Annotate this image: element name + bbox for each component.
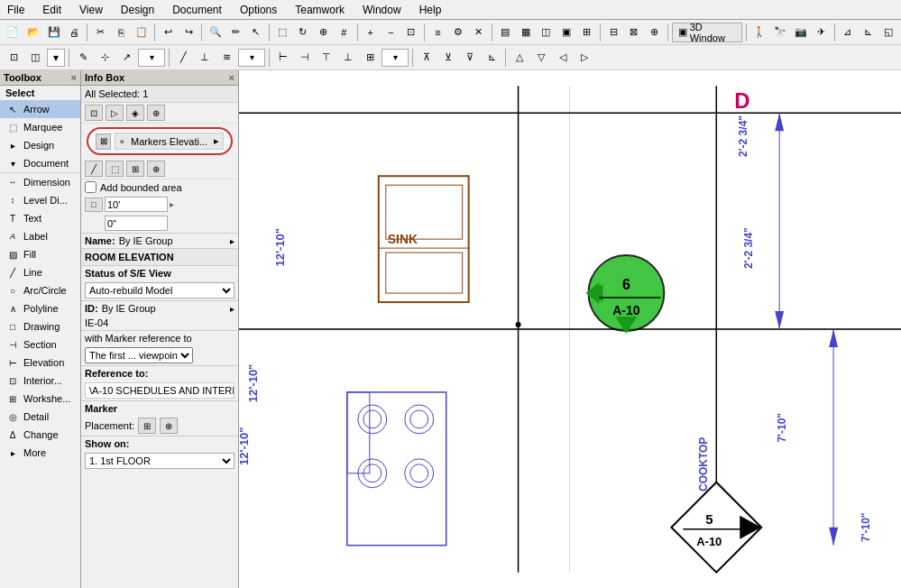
toolbox-item-fill[interactable]: ▨ Fill bbox=[0, 245, 80, 263]
toolbox-item-leveldi[interactable]: ↕ Level Di... bbox=[0, 191, 80, 209]
toolbar2-e1[interactable]: ⊼ bbox=[417, 48, 437, 68]
toolbox-item-label[interactable]: A Label bbox=[0, 227, 80, 245]
toolbar-walk[interactable]: 🚶 bbox=[750, 23, 769, 42]
toolbox-item-dimension[interactable]: ↔ Dimension bbox=[0, 173, 80, 191]
menu-document[interactable]: Document bbox=[169, 2, 225, 18]
toolbar-b3[interactable]: ◫ bbox=[537, 23, 556, 42]
dim-thumb1[interactable]: □ bbox=[85, 198, 103, 212]
dim-input1[interactable]: 10' bbox=[105, 197, 168, 212]
toolbar-b5[interactable]: ⊞ bbox=[577, 23, 596, 42]
toolbox-item-more[interactable]: ▸ More bbox=[0, 444, 80, 462]
toolbox-item-text[interactable]: T Text bbox=[0, 209, 80, 227]
toolbar2-c3[interactable]: ≋ bbox=[216, 48, 236, 68]
toolbar-zoom-out[interactable]: − bbox=[382, 23, 400, 42]
infobox-icon-btn1[interactable]: ⊡ bbox=[85, 105, 103, 121]
toolbar-b6[interactable]: ⊟ bbox=[604, 23, 623, 42]
canvas-area[interactable]: D SINK 12'-10" 12'-10" 2'-2 3/4" 7'-10" bbox=[239, 70, 901, 588]
toolbar-cut[interactable]: ✂ bbox=[91, 23, 110, 42]
toolbar-nav[interactable]: 🔭 bbox=[771, 23, 790, 42]
toolbar2-c1[interactable]: ╱ bbox=[173, 48, 193, 68]
toolbar2-snap2[interactable]: ⊹ bbox=[95, 48, 115, 68]
toolbox-item-interior[interactable]: ⊡ Interior... bbox=[0, 372, 80, 390]
placement-icon-btn2[interactable]: ⊕ bbox=[160, 418, 178, 434]
toolbar-open[interactable]: 📂 bbox=[24, 23, 43, 42]
toolbox-item-line[interactable]: ╱ Line bbox=[0, 263, 80, 281]
toolbox-item-detail[interactable]: ◎ Detail bbox=[0, 408, 80, 426]
markers-dropdown-btn[interactable]: ● Markers Elevati... ▸ bbox=[115, 133, 224, 150]
toolbar2-f4[interactable]: ▷ bbox=[575, 48, 594, 68]
toolbar2-f2[interactable]: ▽ bbox=[531, 48, 551, 68]
dim-input2[interactable]: 0" bbox=[105, 216, 168, 231]
infobox-icon-btn7[interactable]: ⊞ bbox=[126, 161, 144, 177]
toolbar-close-x[interactable]: ✕ bbox=[469, 23, 488, 42]
toolbox-item-marquee[interactable]: ⬚ Marquee bbox=[0, 118, 80, 136]
toolbar-attr[interactable]: ⚙ bbox=[449, 23, 468, 42]
toolbar2-d4[interactable]: ⊥ bbox=[338, 48, 358, 68]
toolbar-cursor[interactable]: ↖ bbox=[247, 23, 266, 42]
menu-help[interactable]: Help bbox=[416, 2, 446, 18]
toolbar2-select3[interactable]: ▾ bbox=[382, 49, 409, 67]
toolbox-item-change[interactable]: Δ Change bbox=[0, 426, 80, 444]
toolbox-item-worksheet[interactable]: ⊞ Workshe... bbox=[0, 390, 80, 408]
toolbox-item-arrow[interactable]: ↖ Arrow bbox=[0, 100, 80, 118]
toolbar-print[interactable]: 🖨 bbox=[65, 23, 84, 42]
toolbar-r2[interactable]: ⊾ bbox=[859, 23, 878, 42]
toolbar2-f1[interactable]: △ bbox=[510, 48, 529, 68]
toolbox-item-drawing[interactable]: □ Drawing bbox=[0, 317, 80, 335]
toolbar2-b1[interactable]: ⊡ bbox=[4, 48, 23, 68]
toolbar-snap[interactable]: ⊕ bbox=[314, 23, 333, 42]
show-on-select[interactable]: 1. 1st FLOOR bbox=[85, 453, 234, 469]
menu-window[interactable]: Window bbox=[359, 2, 405, 18]
toolbar2-d5[interactable]: ⊞ bbox=[360, 48, 380, 68]
placement-icon-btn1[interactable]: ⊞ bbox=[138, 418, 156, 434]
toolbar-b4[interactable]: ▣ bbox=[557, 23, 576, 42]
toolbar-save[interactable]: 💾 bbox=[44, 23, 63, 42]
status-select[interactable]: Auto-rebuild Model bbox=[85, 282, 234, 299]
toolbar-copy[interactable]: ⎘ bbox=[112, 23, 131, 42]
toolbar2-e3[interactable]: ⊽ bbox=[460, 48, 480, 68]
menu-design[interactable]: Design bbox=[117, 2, 158, 18]
toolbox-item-section[interactable]: ⊣ Section bbox=[0, 335, 80, 354]
toolbox-item-document[interactable]: ▾ Document bbox=[0, 154, 80, 172]
toolbar2-f3[interactable]: ◁ bbox=[553, 48, 573, 68]
toolbox-item-design[interactable]: ▸ Design bbox=[0, 136, 80, 154]
toolbar-redo[interactable]: ↪ bbox=[179, 23, 198, 42]
toolbar-layers[interactable]: ≡ bbox=[428, 23, 447, 42]
toolbar-r3[interactable]: ◱ bbox=[879, 23, 898, 42]
toolbar2-snap3[interactable]: ↗ bbox=[116, 48, 136, 68]
menu-options[interactable]: Options bbox=[236, 2, 280, 18]
infobox-icon-btn3[interactable]: ◈ bbox=[126, 105, 144, 121]
toolbar-search[interactable]: 🔍 bbox=[206, 23, 225, 42]
toolbar-r1[interactable]: ⊿ bbox=[838, 23, 857, 42]
marker-ref-select[interactable]: The first ... viewpoint bbox=[85, 347, 193, 363]
toolbar-b2[interactable]: ▦ bbox=[517, 23, 536, 42]
menu-teamwork[interactable]: Teamwork bbox=[291, 2, 348, 18]
toolbar-new[interactable]: 📄 bbox=[4, 23, 23, 42]
toolbar2-d1[interactable]: ⊢ bbox=[273, 48, 293, 68]
toolbar2-d3[interactable]: ⊤ bbox=[317, 48, 336, 68]
infobox-icon-btn8[interactable]: ⊕ bbox=[147, 161, 165, 177]
toolbox-item-arc[interactable]: ○ Arc/Circle bbox=[0, 281, 80, 299]
menu-edit[interactable]: Edit bbox=[39, 2, 65, 18]
toolbar2-select[interactable]: ▾ bbox=[138, 49, 165, 67]
toolbar2-select2[interactable]: ▾ bbox=[238, 49, 265, 67]
toolbar-rotate[interactable]: ↻ bbox=[294, 23, 313, 42]
toolbar2-e4[interactable]: ⊾ bbox=[482, 48, 501, 68]
menu-view[interactable]: View bbox=[76, 2, 106, 18]
toolbar2-dropdown[interactable]: ▾ bbox=[47, 49, 65, 67]
infobox-icon-btn2[interactable]: ▷ bbox=[106, 105, 124, 121]
toolbar-grid[interactable]: # bbox=[335, 23, 354, 42]
toolbar-b7[interactable]: ⊠ bbox=[625, 23, 644, 42]
toolbox-item-elevation[interactable]: ⊢ Elevation bbox=[0, 354, 80, 372]
btn-3d-window[interactable]: ▣ 3D Window bbox=[672, 23, 742, 42]
markers-icon-btn[interactable]: ⊠ bbox=[96, 133, 111, 150]
toolbox-item-polyline[interactable]: ∧ Polyline bbox=[0, 299, 80, 317]
toolbar-b1[interactable]: ▤ bbox=[496, 23, 515, 42]
toolbar2-d2[interactable]: ⊣ bbox=[295, 48, 315, 68]
toolbar-fly[interactable]: ✈ bbox=[812, 23, 831, 42]
infobox-icon-btn6[interactable]: ⬚ bbox=[106, 161, 124, 177]
infobox-close[interactable]: × bbox=[229, 72, 234, 83]
infobox-icon-btn4[interactable]: ⊕ bbox=[147, 105, 165, 121]
menu-file[interactable]: File bbox=[4, 2, 28, 18]
toolbar-marquee[interactable]: ⬚ bbox=[273, 23, 292, 42]
